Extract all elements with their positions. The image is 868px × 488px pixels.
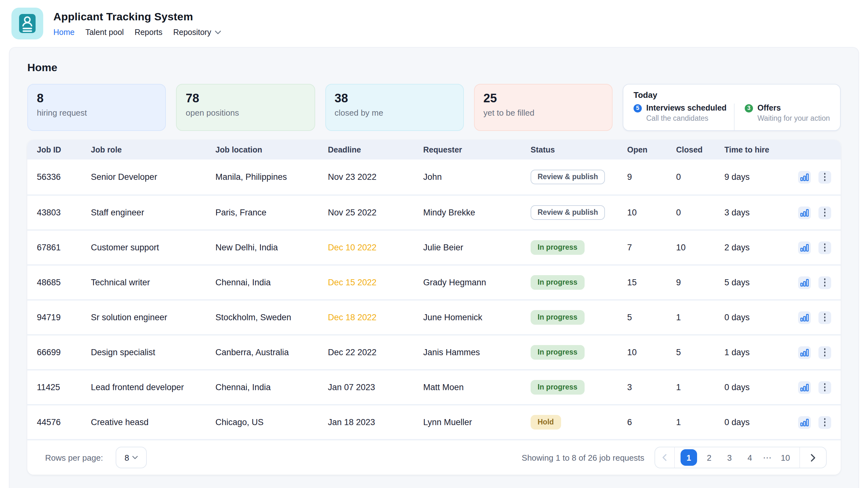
table-row: 43803Staff engineerParis, FranceNov 25 2… xyxy=(27,194,841,230)
nav-item-home[interactable]: Home xyxy=(53,28,75,36)
deadline-cell: Dec 18 2022 xyxy=(328,313,423,322)
nav-item-label: Talent pool xyxy=(86,28,124,36)
row-kebab-menu-button[interactable] xyxy=(818,381,831,394)
status-badge: In progress xyxy=(531,310,584,325)
row-chart-button[interactable] xyxy=(798,346,811,359)
row-chart-button[interactable] xyxy=(798,276,811,289)
job-location-cell: Chicago, US xyxy=(215,418,328,427)
chevron-down-icon xyxy=(132,456,138,459)
nav-item-reports[interactable]: Reports xyxy=(135,28,163,36)
requester-cell: Grady Hegmann xyxy=(423,278,531,287)
row-chart-button[interactable] xyxy=(798,171,811,183)
job-role-cell: Design specialist xyxy=(91,347,215,357)
closed-count-cell: 5 xyxy=(676,347,724,357)
deadline-cell: Dec 15 2022 xyxy=(328,278,423,287)
open-count-cell: 9 xyxy=(627,172,676,182)
status-badge: Hold xyxy=(531,415,561,430)
status-cell: In progress xyxy=(531,380,627,395)
requester-cell: Matt Moen xyxy=(423,383,531,392)
today-item-label: Interviews scheduled xyxy=(646,103,726,113)
row-chart-button[interactable] xyxy=(798,381,811,394)
bar-chart-icon xyxy=(800,313,809,322)
kebab-menu-icon xyxy=(824,313,826,322)
today-item-subtext: Waiting for your action xyxy=(757,114,830,122)
table-row: 48685Technical writerChennai, IndiaDec 1… xyxy=(27,264,841,299)
page-button-10[interactable]: 10 xyxy=(777,449,794,466)
open-count-cell: 10 xyxy=(627,347,676,357)
stat-label: hiring request xyxy=(37,108,157,118)
closed-count-cell: 0 xyxy=(676,208,724,217)
stats-row: 8hiring request78open positions38closed … xyxy=(27,84,841,131)
job-id-cell: 43803 xyxy=(37,208,91,217)
previous-page-button[interactable] xyxy=(655,447,675,468)
open-count-cell: 7 xyxy=(627,243,676,252)
row-actions xyxy=(796,171,841,183)
count-badge: 3 xyxy=(745,104,753,112)
column-header-time-to-hire: Time to hire xyxy=(724,145,796,154)
row-kebab-menu-button[interactable] xyxy=(818,416,831,429)
today-item-header: 5Interviews scheduled xyxy=(633,103,734,113)
status-cell: In progress xyxy=(531,345,627,360)
page-button-3[interactable]: 3 xyxy=(721,449,738,466)
stat-value: 25 xyxy=(484,92,603,105)
row-chart-button[interactable] xyxy=(798,241,811,254)
time-to-hire-cell: 0 days xyxy=(724,418,796,427)
closed-count-cell: 1 xyxy=(676,383,724,392)
row-kebab-menu-button[interactable] xyxy=(818,171,831,183)
page-ellipsis: ⋯ xyxy=(762,452,773,463)
rows-per-page-select[interactable]: 8 xyxy=(116,447,147,468)
next-page-button[interactable] xyxy=(799,447,826,468)
status-badge: In progress xyxy=(531,345,584,360)
open-count-cell: 6 xyxy=(627,418,676,427)
row-actions xyxy=(796,381,841,394)
row-kebab-menu-button[interactable] xyxy=(818,241,831,254)
job-id-cell: 56336 xyxy=(37,172,91,182)
page-number-list: 1234⋯10 xyxy=(675,447,799,468)
time-to-hire-cell: 3 days xyxy=(724,208,796,217)
job-id-cell: 44576 xyxy=(37,418,91,427)
row-actions xyxy=(796,276,841,289)
deadline-cell: Nov 25 2022 xyxy=(328,208,423,217)
stat-label: yet to be filled xyxy=(484,108,603,118)
status-cell: Review & publish xyxy=(531,170,627,184)
closed-count-cell: 0 xyxy=(676,172,724,182)
time-to-hire-cell: 5 days xyxy=(724,278,796,287)
app-logo xyxy=(11,8,43,39)
today-item-subtext: Call the candidates xyxy=(646,114,734,122)
pagination: 1234⋯10 xyxy=(654,447,827,468)
table-row: 67861Customer supportNew Delhi, IndiaDec… xyxy=(27,230,841,264)
nav-item-repository[interactable]: Repository xyxy=(173,28,221,36)
row-kebab-menu-button[interactable] xyxy=(818,311,831,324)
row-actions xyxy=(796,206,841,219)
column-header-job-location: Job location xyxy=(215,145,328,154)
closed-count-cell: 1 xyxy=(676,418,724,427)
row-chart-button[interactable] xyxy=(798,311,811,324)
row-kebab-menu-button[interactable] xyxy=(818,276,831,289)
bar-chart-icon xyxy=(800,208,809,217)
kebab-menu-icon xyxy=(824,419,826,426)
stat-value: 38 xyxy=(335,92,454,105)
time-to-hire-cell: 0 days xyxy=(724,313,796,322)
deadline-cell: Jan 07 2023 xyxy=(328,383,423,392)
row-kebab-menu-button[interactable] xyxy=(818,206,831,219)
requester-cell: Janis Hammes xyxy=(423,347,531,357)
closed-count-cell: 10 xyxy=(676,243,724,252)
column-header-status: Status xyxy=(531,145,627,154)
page-button-4[interactable]: 4 xyxy=(742,449,758,466)
deadline-cell: Dec 22 2022 xyxy=(328,347,423,357)
status-cell: Review & publish xyxy=(531,205,627,220)
table-row: 66699Design specialistCanberra, Australi… xyxy=(27,334,841,369)
page-button-1[interactable]: 1 xyxy=(681,449,697,466)
status-cell: In progress xyxy=(531,275,627,290)
table-row: 94719Sr solution engineerStockholm, Swed… xyxy=(27,299,841,334)
row-kebab-menu-button[interactable] xyxy=(818,346,831,359)
nav-item-talent-pool[interactable]: Talent pool xyxy=(86,28,124,36)
bar-chart-icon xyxy=(800,383,809,392)
rows-per-page-label: Rows per page: xyxy=(45,453,103,462)
page-button-2[interactable]: 2 xyxy=(701,449,717,466)
row-chart-button[interactable] xyxy=(798,416,811,429)
job-id-cell: 11425 xyxy=(37,383,91,392)
row-chart-button[interactable] xyxy=(798,206,811,219)
page-title: Home xyxy=(27,62,841,74)
bar-chart-icon xyxy=(800,418,809,427)
